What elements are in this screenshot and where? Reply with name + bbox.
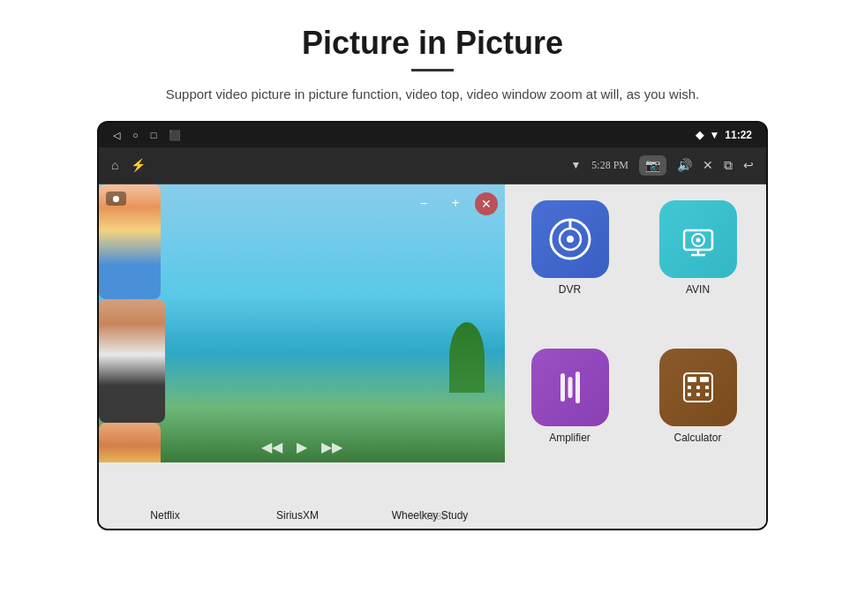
status-bar-left: ◁ ○ □ ⬛: [113, 130, 181, 141]
siriusxm-label: SiriusXM: [276, 509, 319, 522]
avin-app-item[interactable]: AVIN: [638, 193, 757, 333]
pip-controls: − + ✕: [411, 192, 498, 216]
calculator-app-item[interactable]: Calculator: [638, 342, 757, 481]
page-wrapper: Picture in Picture Support video picture…: [0, 0, 865, 616]
location-icon: ◆: [696, 129, 703, 141]
main-area: ⏺ − + ✕ ◀◀ ▶ ▶▶ Netflix: [99, 184, 766, 529]
dvr-icon: [531, 200, 609, 278]
calculator-label: Calculator: [673, 432, 721, 444]
calculator-svg: [675, 364, 721, 410]
svg-rect-15: [688, 386, 691, 389]
pip-rewind-button[interactable]: ◀◀: [261, 439, 282, 455]
home-icon[interactable]: ⌂: [111, 159, 118, 173]
svg-rect-18: [688, 393, 691, 396]
svg-rect-19: [696, 393, 700, 396]
video-content: [99, 184, 505, 462]
pip-close-button[interactable]: ✕: [475, 192, 498, 215]
svg-point-8: [696, 238, 700, 243]
back-icon[interactable]: ◁: [113, 130, 120, 141]
usb-icon[interactable]: ⚡: [131, 158, 146, 173]
avin-icon: [659, 200, 737, 278]
svg-rect-16: [696, 386, 700, 389]
app-grid: DVR AVIN: [501, 184, 766, 529]
circle-icon[interactable]: ○: [132, 130, 139, 140]
svg-rect-14: [700, 377, 709, 382]
time-display: 5:28 PM: [591, 159, 628, 172]
video-person-3: [99, 423, 161, 462]
pip-bottom-controls: ◀◀ ▶ ▶▶: [261, 439, 342, 455]
svg-point-2: [567, 236, 574, 243]
avin-svg: [675, 216, 721, 262]
camera-button[interactable]: 📷: [639, 155, 666, 176]
pip-video-overlay[interactable]: ⏺ − + ✕ ◀◀ ▶ ▶▶: [99, 184, 505, 462]
watermark: VCZ88: [418, 512, 446, 522]
svg-rect-17: [705, 386, 709, 389]
clock-display: 11:22: [725, 129, 752, 141]
nav-bar-left: ⌂ ⚡: [111, 158, 146, 173]
calculator-icon: [659, 349, 737, 426]
amplifier-icon: [531, 349, 609, 426]
wifi-nav-icon: ▼: [570, 159, 581, 172]
back-nav-icon[interactable]: ↩: [743, 158, 754, 173]
page-title: Picture in Picture: [302, 25, 563, 62]
close-box-icon[interactable]: ✕: [703, 158, 713, 173]
pip-forward-button[interactable]: ▶▶: [321, 439, 342, 455]
svg-rect-20: [705, 393, 709, 396]
dvr-svg: [547, 216, 593, 262]
nav-bar: ⌂ ⚡ ▼ 5:28 PM 📷 🔊 ✕ ⧉ ↩: [99, 147, 766, 184]
dvr-label: DVR: [559, 283, 581, 296]
siriusxm-app-item[interactable]: SiriusXM: [231, 509, 364, 522]
svg-rect-13: [688, 377, 696, 382]
wifi-icon: ▼: [709, 129, 719, 141]
svg-rect-11: [575, 372, 580, 403]
device-frame: ◁ ○ □ ⬛ ◆ ▼ 11:22 ⌂ ⚡ ▼ 5:28 PM 📷 🔊: [97, 121, 768, 530]
status-bar: ◁ ○ □ ⬛ ◆ ▼ 11:22: [99, 123, 766, 147]
dvr-app-item[interactable]: DVR: [510, 193, 629, 333]
video-tree: [449, 322, 485, 393]
pip-minus-button[interactable]: −: [411, 192, 436, 216]
netflix-label: Netflix: [150, 509, 179, 522]
netflix-app-item[interactable]: Netflix: [99, 509, 231, 522]
avin-label: AVIN: [686, 283, 710, 296]
pip-play-button[interactable]: ▶: [297, 439, 307, 455]
svg-rect-10: [568, 377, 572, 398]
title-divider: [411, 69, 454, 71]
bookmark-icon[interactable]: ⬛: [169, 130, 181, 141]
status-bar-right: ◆ ▼ 11:22: [696, 129, 752, 141]
video-person-2: [99, 299, 165, 423]
pip-box-icon[interactable]: ⧉: [724, 159, 733, 173]
pip-top-bar: ⏺: [106, 192, 126, 206]
amplifier-app-item[interactable]: Amplifier: [510, 342, 629, 481]
volume-icon[interactable]: 🔊: [677, 158, 692, 173]
amplifier-svg: [547, 364, 593, 410]
svg-rect-9: [560, 373, 565, 402]
nav-bar-right: ▼ 5:28 PM 📷 🔊 ✕ ⧉ ↩: [570, 155, 754, 176]
pip-record-icon: ⏺: [111, 193, 121, 204]
page-subtitle: Support video picture in picture functio…: [166, 84, 699, 105]
pip-plus-button[interactable]: +: [443, 192, 468, 216]
square-icon[interactable]: □: [151, 130, 157, 140]
amplifier-label: Amplifier: [549, 432, 590, 444]
